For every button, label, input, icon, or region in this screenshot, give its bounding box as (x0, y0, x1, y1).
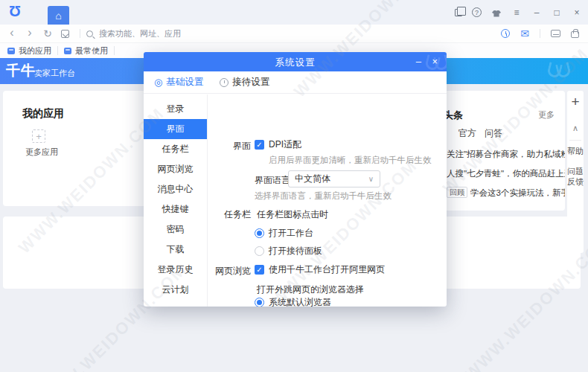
toolbar: ‹ › ↻ ✉ (0, 25, 588, 42)
headline-item[interactable]: 关注"招募合作商家，助力私域粉丝增长！ (434, 144, 565, 164)
divider (57, 46, 58, 55)
checkbox-checked-icon[interactable]: ✓ (255, 140, 264, 150)
more-apps-label[interactable]: 更多应用 (25, 147, 58, 158)
radio-open-reception-panel[interactable]: 打开接待面板 (255, 245, 322, 257)
add-app-button[interactable]: + (32, 129, 45, 143)
dialog-close-button[interactable]: × (432, 56, 438, 67)
checkbox-label: DPI适配 (269, 138, 301, 151)
radio-open-workbench[interactable]: 打开工作台 (255, 227, 313, 240)
tab-label: 基础设置 (166, 76, 203, 89)
radio-unselected-icon[interactable] (255, 246, 264, 256)
refresh-button[interactable]: ↻ (39, 28, 57, 39)
section-label-taskbar: 任务栏 (221, 208, 251, 221)
radio-label: 打开工作台 (269, 227, 313, 240)
skin-icon[interactable] (492, 10, 501, 17)
tab-home[interactable]: ⌂ (48, 6, 69, 25)
screenshot-icon[interactable] (61, 30, 69, 38)
language-select[interactable]: 中文简体 ∨ (288, 170, 380, 187)
qianniu-logo-icon: Ʊ (9, 3, 21, 20)
bookmark-my-apps[interactable]: 我的应用 (7, 45, 51, 57)
reception-clock-icon (220, 78, 229, 87)
brand-subtitle: 卖家工作台 (34, 68, 75, 79)
headline-tag: 回顾 (447, 187, 467, 198)
sidebar-item-taskbar[interactable]: 任务栏 (144, 139, 207, 159)
tab-reception-settings[interactable]: 接待设置 (220, 76, 269, 89)
gear-icon: ◎ (154, 77, 162, 87)
divider (114, 46, 115, 55)
clock-icon[interactable] (501, 29, 510, 38)
system-settings-dialog: 系统设置 – × ◎ 基础设置 接待设置 登录 界面 任务栏 网页浏览 消息中心… (144, 52, 447, 307)
checkbox-checked-icon[interactable]: ✓ (255, 265, 264, 275)
headlines-card: 头条 更多 官方 问答 关注"招募合作商家，助力私域粉丝增长！ 人搜"七夕青蛙"… (434, 91, 565, 211)
bull-horns-watermark-icon (546, 62, 572, 78)
headline-item[interactable]: 人搜"七夕青蛙"，你的商品赶上这波创意了吗？ (434, 164, 565, 183)
menu-icon[interactable]: ≡ (511, 7, 522, 18)
section-label-web-browsing: 网页浏览 (215, 265, 251, 278)
headlines-tab-official[interactable]: 官方 (458, 127, 476, 140)
bookmark-label: 我的应用 (19, 45, 51, 57)
sidebar-item-message-center[interactable]: 消息中心 (144, 179, 207, 199)
sidebar-item-interface[interactable]: 界面 (144, 119, 207, 139)
dialog-header: 系统设置 – × (144, 52, 447, 71)
bookmark-most-used[interactable]: 最常使用 (64, 45, 108, 57)
close-button[interactable]: × (572, 7, 582, 18)
language-value: 中文简体 (295, 173, 330, 185)
taskbar-click-title: 任务栏图标点击时 (257, 208, 328, 221)
language-hint: 选择界面语言，重新启动千牛后生效 (255, 190, 392, 202)
chevron-down-icon: ∨ (368, 175, 374, 183)
app-box-icon (64, 48, 71, 54)
headline-text: 人搜"七夕青蛙"，你的商品赶上这波创意了吗？ (447, 169, 565, 178)
search-icon (86, 31, 93, 37)
add-widget-button[interactable]: + (567, 91, 584, 113)
radio-label: 系统默认浏览器 (269, 296, 331, 307)
section-label-interface: 界面 (215, 140, 251, 153)
radio-default-browser[interactable]: 系统默认浏览器 (255, 296, 331, 307)
headline-item[interactable]: 回顾学会这3个实操玩法，新手小白轻松月... (434, 183, 565, 202)
headline-text: 关注"招募合作商家，助力私域粉丝增长！ (447, 150, 565, 158)
sidebar-item-login-history[interactable]: 登录历史 (144, 260, 207, 280)
radio-selected-icon[interactable] (255, 298, 264, 307)
home-icon: ⌂ (55, 10, 61, 21)
browser-chooser-title: 打开外跳网页的浏览器选择 (257, 283, 364, 296)
checkbox-label: 使用千牛工作台打开阿里网页 (269, 263, 385, 276)
back-button[interactable]: ‹ (3, 27, 21, 39)
collapse-icon[interactable]: ∧ (567, 124, 584, 133)
my-apps-title: 我的应用 (22, 107, 64, 121)
dialog-title: 系统设置 (144, 57, 447, 69)
radio-label: 打开接待面板 (269, 245, 322, 257)
headlines-more-link[interactable]: 更多 (538, 109, 555, 121)
headline-text: 学会这3个实操玩法，新手小白轻松月... (470, 188, 565, 197)
divider (569, 140, 581, 141)
help-link[interactable]: 帮助 (567, 146, 584, 157)
open-ali-pages-checkbox-row[interactable]: ✓ 使用千牛工作台打开阿里网页 (255, 263, 385, 276)
app-box-icon (7, 48, 15, 54)
search-input[interactable] (99, 29, 233, 38)
contact-card-icon[interactable] (551, 30, 560, 37)
dpi-checkbox-row[interactable]: ✓ DPI适配 (255, 138, 301, 151)
brand-title: 千牛 (6, 61, 36, 80)
forward-button[interactable]: › (21, 27, 39, 39)
sidebar-item-login[interactable]: 登录 (144, 99, 207, 119)
tab-basic-settings[interactable]: ◎ 基础设置 (154, 76, 203, 89)
radio-selected-icon[interactable] (255, 228, 264, 238)
minimize-button[interactable]: – (531, 7, 542, 18)
divider (540, 29, 540, 38)
headlines-tab-qa[interactable]: 问答 (485, 127, 502, 140)
bookmark-label: 最常使用 (75, 45, 108, 57)
multi-window-icon[interactable] (455, 9, 462, 16)
toolbox-icon[interactable] (571, 31, 579, 38)
sidebar-item-cloud-plan[interactable]: 云计划 (144, 280, 207, 300)
sidebar-item-web-browsing[interactable]: 网页浏览 (144, 159, 207, 179)
sidebar-item-download[interactable]: 下载 (144, 240, 207, 260)
settings-sidebar: 登录 界面 任务栏 网页浏览 消息中心 快捷键 密码 下载 登录历史 云计划 (144, 94, 208, 307)
app-window: Ʊ ⌂ ? ≡ – □ × ‹ › ↻ ✉ (0, 0, 588, 372)
sidebar-item-password[interactable]: 密码 (144, 219, 207, 240)
maximize-button[interactable]: □ (552, 7, 562, 18)
divider (80, 29, 80, 38)
sidebar-item-shortcuts[interactable]: 快捷键 (144, 199, 207, 219)
dialog-minimize-button[interactable]: – (416, 56, 421, 67)
help-icon[interactable]: ? (472, 7, 482, 17)
mail-icon[interactable]: ✉ (520, 28, 529, 39)
dialog-tabs: ◎ 基础设置 接待设置 (144, 71, 447, 94)
feedback-link[interactable]: 问题反馈 (567, 166, 584, 187)
